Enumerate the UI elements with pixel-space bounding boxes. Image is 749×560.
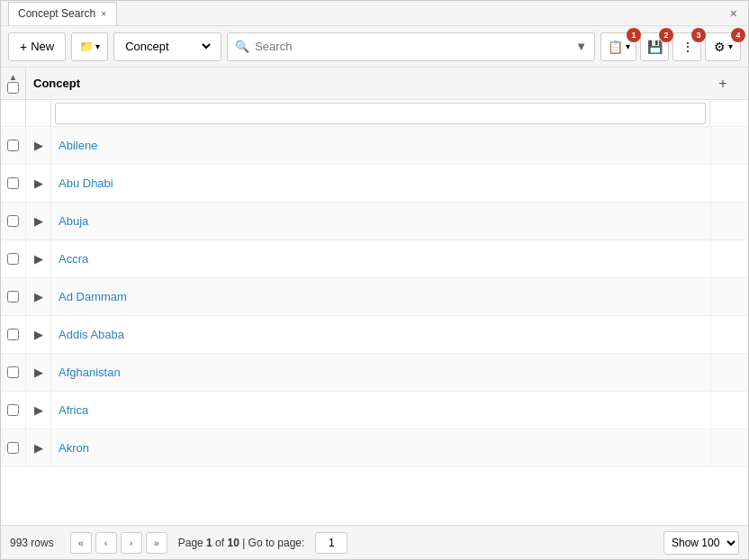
- show-select-wrapper: Show 100: [663, 531, 739, 555]
- concept-link[interactable]: Abu Dhabi: [51, 176, 710, 190]
- concept-link[interactable]: Addis Ababa: [51, 328, 710, 341]
- row-expand-button[interactable]: ▶: [26, 278, 51, 315]
- new-label: New: [31, 40, 54, 53]
- row-expand-button[interactable]: ▶: [26, 165, 51, 202]
- add-column-button[interactable]: +: [710, 76, 735, 92]
- badge-2: 2: [659, 28, 673, 42]
- table-row: ▶ Addis Ababa: [1, 316, 748, 354]
- row-checkbox[interactable]: [7, 215, 19, 227]
- row-checkbox[interactable]: [7, 329, 19, 340]
- concept-filter-cell: [51, 101, 710, 126]
- toolbar: + New 📁 ▾ Concept 🔍 ▼ 📋 ▾ 1 💾 2: [1, 26, 748, 68]
- last-page-button[interactable]: »: [146, 532, 167, 554]
- concept-link[interactable]: Africa: [51, 403, 710, 417]
- tab-close-icon[interactable]: ×: [101, 8, 106, 19]
- row-checkbox[interactable]: [7, 404, 19, 416]
- folder-button[interactable]: 📁 ▾: [71, 32, 108, 61]
- table-row: ▶ Abuja: [1, 203, 748, 240]
- show-rows-select[interactable]: Show 100: [663, 531, 739, 555]
- row-checkbox[interactable]: [7, 366, 19, 378]
- next-page-button[interactable]: ›: [121, 532, 142, 554]
- folder-icon: 📁: [79, 40, 94, 53]
- more-icon: ⋮: [681, 40, 692, 54]
- row-count: 993 rows: [10, 537, 54, 549]
- table-row: ▶ Akron: [1, 429, 748, 467]
- sort-check-header[interactable]: ▲: [1, 68, 26, 99]
- table-row: ▶ Accra: [1, 240, 748, 278]
- settings-chevron-icon: ▾: [728, 41, 733, 51]
- table-row: ▶ Ad Dammam: [1, 278, 748, 316]
- row-expand-button[interactable]: ▶: [26, 127, 51, 164]
- search-box: 🔍 ▼: [227, 32, 595, 61]
- first-page-button[interactable]: «: [70, 532, 92, 554]
- more-options-button[interactable]: ⋮ 3: [672, 32, 701, 61]
- row-checkbox-cell: [1, 429, 26, 466]
- row-expand-button[interactable]: ▶: [26, 392, 51, 429]
- badge-1: 1: [627, 28, 641, 42]
- title-tab: Concept Search ×: [8, 2, 117, 25]
- filter-check-cell: [1, 100, 26, 126]
- search-input[interactable]: [255, 40, 570, 53]
- add-column-icon: +: [718, 76, 726, 92]
- row-expand-button[interactable]: ▶: [26, 316, 51, 353]
- row-checkbox-cell: [1, 203, 26, 239]
- export-icon: 📋: [608, 40, 623, 54]
- concept-select-input[interactable]: Concept: [122, 39, 213, 54]
- concept-link[interactable]: Abuja: [51, 214, 710, 228]
- go-to-label: | Go to page:: [242, 537, 304, 549]
- row-checkbox[interactable]: [7, 442, 19, 454]
- tab-title: Concept Search: [18, 7, 95, 20]
- concept-filter-input[interactable]: [55, 103, 706, 124]
- row-end-cell: [710, 203, 735, 239]
- save-button[interactable]: 💾 2: [640, 32, 669, 61]
- settings-button[interactable]: ⚙ ▾ 4: [705, 32, 741, 61]
- row-checkbox-cell: [1, 392, 26, 429]
- row-end-cell: [710, 240, 735, 277]
- pagination: « ‹ › » Page 1 of 10 | Go to page:: [70, 532, 348, 554]
- new-button[interactable]: + New: [8, 32, 66, 61]
- search-icon: 🔍: [235, 40, 249, 53]
- row-checkbox-cell: [1, 165, 26, 202]
- row-checkbox[interactable]: [7, 253, 19, 265]
- export-chevron-icon: ▾: [626, 41, 630, 51]
- row-expand-button[interactable]: ▶: [26, 354, 51, 391]
- title-bar: Concept Search × ×: [1, 1, 748, 26]
- table-row: ▶ Abu Dhabi: [1, 165, 748, 203]
- concept-link[interactable]: Akron: [51, 441, 710, 455]
- row-checkbox[interactable]: [7, 177, 19, 189]
- table-body: ▶ Abilene ▶ Abu Dhabi ▶ Abuja ▶: [1, 127, 748, 525]
- table-row: ▶ Abilene: [1, 127, 748, 165]
- concept-link[interactable]: Afghanistan: [51, 366, 710, 379]
- export-button[interactable]: 📋 ▾ 1: [600, 32, 636, 61]
- gear-icon: ⚙: [714, 40, 726, 54]
- concept-dropdown[interactable]: Concept: [113, 32, 221, 61]
- plus-icon: +: [20, 40, 27, 54]
- prev-page-button[interactable]: ‹: [95, 532, 117, 554]
- concept-link[interactable]: Ad Dammam: [51, 290, 710, 303]
- current-page: 1: [206, 537, 212, 549]
- select-all-checkbox[interactable]: [7, 82, 19, 94]
- folder-chevron-icon: ▾: [95, 41, 100, 51]
- row-checkbox[interactable]: [7, 291, 19, 303]
- concept-column-header: Concept: [26, 77, 710, 90]
- save-icon: 💾: [647, 40, 663, 54]
- row-checkbox-cell: [1, 127, 26, 164]
- concept-link[interactable]: Abilene: [51, 139, 710, 152]
- row-end-cell: [710, 354, 735, 391]
- filter-icon[interactable]: ▼: [575, 40, 587, 53]
- badge-4: 4: [731, 28, 745, 42]
- window-close-button[interactable]: ×: [726, 6, 741, 21]
- filter-row: [1, 100, 748, 127]
- concept-link[interactable]: Accra: [51, 252, 710, 266]
- go-to-page-input[interactable]: [315, 532, 347, 554]
- table-row: ▶ Africa: [1, 392, 748, 429]
- row-expand-button[interactable]: ▶: [26, 203, 51, 239]
- row-end-cell: [710, 165, 735, 202]
- total-pages: 10: [227, 537, 239, 549]
- row-checkbox-cell: [1, 316, 26, 353]
- row-end-cell: [710, 127, 735, 164]
- row-checkbox[interactable]: [7, 140, 19, 151]
- row-expand-button[interactable]: ▶: [26, 240, 51, 277]
- toolbar-actions: 📋 ▾ 1 💾 2 ⋮ 3 ⚙ ▾ 4: [600, 32, 741, 61]
- row-expand-button[interactable]: ▶: [26, 429, 51, 466]
